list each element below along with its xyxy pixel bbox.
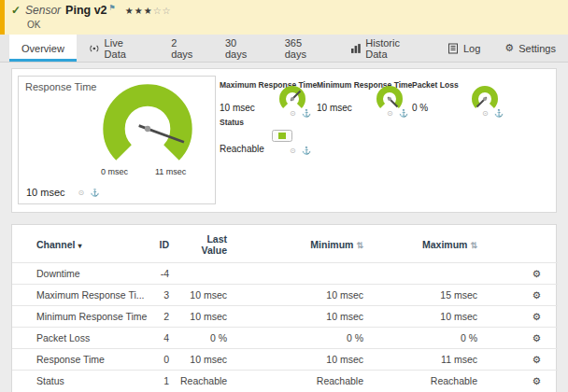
- mini-gauge-value: 10 msec: [317, 103, 352, 113]
- gauge-pin-icons[interactable]: ⊙ ⚓: [290, 147, 313, 155]
- tab-settings[interactable]: ⚙ Settings: [492, 35, 568, 62]
- mini-gauge-title: Packet Loss: [412, 80, 459, 90]
- status-channel-block: Status Reachable ⊙ ⚓: [220, 118, 313, 159]
- sort-both-icon: ⇅: [470, 241, 477, 250]
- table-row: Status 1 Reachable Reachable Reachable ⚙: [12, 371, 558, 392]
- channel-minimum: 0 %: [233, 328, 369, 349]
- priority-stars[interactable]: ★★★☆☆: [125, 6, 172, 16]
- gauge-pin-icons[interactable]: ⊙ ⚓: [387, 109, 410, 118]
- primary-gauge-title: Response Time: [25, 81, 96, 92]
- prtg-sensor-page: ✓ Sensor Ping v2 ⚑ ★★★☆☆ OK Overview Liv…: [0, 0, 568, 392]
- sort-both-icon: ⇅: [356, 241, 363, 250]
- stars-filled: ★★★: [125, 6, 153, 16]
- live-data-icon: [89, 43, 100, 54]
- ok-check-icon: ✓: [11, 4, 21, 17]
- tab-historic-data-label: Historic Data: [365, 37, 423, 60]
- channel-table: Channel▾ ID Last Value Minimum⇅ Maximum⇅…: [12, 225, 558, 391]
- status-led-icon: [272, 130, 292, 142]
- tab-overview-label: Overview: [21, 43, 64, 54]
- tab-30-days-label: 30 days: [225, 37, 261, 60]
- status-color-strip: [0, 0, 5, 35]
- primary-channel-box: Response Time 0 msec 11 msec 10 msec ⊙ ⚓: [18, 76, 216, 204]
- channel-settings-icon[interactable]: ⚙: [483, 328, 558, 349]
- log-icon: [447, 43, 459, 54]
- table-row: Downtime -4 ⚙: [12, 263, 558, 285]
- primary-gauge-value: 10 msec: [26, 187, 65, 198]
- tab-365-days[interactable]: 365 days: [273, 35, 338, 62]
- channel-settings-icon[interactable]: ⚙: [483, 285, 558, 306]
- tab-historic-data[interactable]: Historic Data: [338, 35, 435, 62]
- gauge-pin-icons[interactable]: ⊙ ⚓: [78, 189, 102, 197]
- channel-last-value: Reachable: [175, 371, 233, 392]
- status-value: Reachable: [220, 144, 264, 154]
- tab-2-days[interactable]: 2 days: [159, 35, 213, 62]
- sort-down-icon: ▾: [78, 242, 81, 250]
- channel-last-value: 0 %: [175, 328, 233, 349]
- sensor-title-row: ✓ Sensor Ping v2 ⚑ ★★★☆☆: [11, 4, 172, 17]
- channel-id: -4: [149, 263, 175, 285]
- column-header-minimum[interactable]: Minimum⇅: [233, 225, 369, 263]
- sensor-title: Ping v2: [65, 4, 106, 17]
- channel-id: 1: [149, 371, 175, 392]
- channel-settings-icon[interactable]: ⚙: [483, 349, 558, 371]
- gauge-pin-icons[interactable]: ⊙ ⚓: [482, 109, 505, 118]
- table-row: Minimum Response Time 2 10 msec 10 msec …: [12, 306, 558, 328]
- mini-gauge-min-response: Minimum Response Time 10 msec ⊙ ⚓: [317, 80, 410, 125]
- channel-last-value: [175, 263, 233, 285]
- gauge-pin-icons[interactable]: ⊙ ⚓: [290, 109, 313, 118]
- status-title: Status: [220, 118, 244, 127]
- channel-settings-icon[interactable]: ⚙: [483, 263, 558, 285]
- column-header-id[interactable]: ID: [149, 225, 175, 263]
- flag-icon[interactable]: ⚑: [109, 4, 116, 12]
- primary-value-row: 10 msec ⊙ ⚓: [26, 187, 102, 198]
- channel-id: 0: [149, 349, 175, 371]
- channel-name: Status: [12, 371, 149, 392]
- tab-log[interactable]: Log: [435, 35, 492, 62]
- tab-log-label: Log: [463, 43, 480, 54]
- channel-settings-icon[interactable]: ⚙: [483, 371, 558, 392]
- channel-name: Downtime: [12, 263, 149, 285]
- sensor-status-text: OK: [27, 20, 40, 30]
- tab-live-data-label: Live Data: [105, 37, 148, 60]
- channel-id: 4: [149, 328, 175, 349]
- channel-minimum: Reachable: [233, 371, 369, 392]
- gauge-scale-max: 11 msec: [155, 167, 186, 176]
- column-header-channel[interactable]: Channel▾: [12, 225, 149, 263]
- tab-settings-label: Settings: [518, 43, 556, 54]
- settings-gear-icon: ⚙: [504, 42, 514, 54]
- channel-settings-icon[interactable]: ⚙: [483, 306, 558, 328]
- tab-live-data[interactable]: Live Data: [77, 35, 159, 62]
- channel-maximum: 10 msec: [369, 306, 483, 328]
- sensor-header: ✓ Sensor Ping v2 ⚑ ★★★☆☆ OK: [0, 0, 568, 35]
- channel-minimum: 10 msec: [233, 349, 369, 371]
- response-time-gauge: [97, 78, 198, 179]
- channel-name: Minimum Response Time: [12, 306, 149, 328]
- channel-maximum: 11 msec: [369, 349, 483, 371]
- table-row: Maximum Response Ti... 3 10 msec 10 msec…: [12, 285, 558, 306]
- overview-panel: Response Time 0 msec 11 msec 10 msec ⊙ ⚓…: [11, 68, 557, 213]
- table-row: Packet Loss 4 0 % 0 % 0 % ⚙: [12, 328, 558, 349]
- channel-minimum: 10 msec: [233, 285, 369, 306]
- tab-overview[interactable]: Overview: [9, 35, 77, 62]
- channel-name: Response Time: [12, 349, 149, 371]
- tab-30-days[interactable]: 30 days: [213, 35, 273, 62]
- channel-id: 3: [149, 285, 175, 306]
- table-row: Response Time 0 10 msec 10 msec 11 msec …: [12, 349, 558, 371]
- channel-maximum: [369, 263, 483, 285]
- column-header-last-value[interactable]: Last Value: [175, 225, 233, 263]
- channel-name: Maximum Response Ti...: [12, 285, 149, 306]
- channel-last-value: 10 msec: [175, 285, 233, 306]
- column-header-settings: [483, 225, 558, 263]
- channel-last-value: 10 msec: [175, 306, 233, 328]
- mini-gauge-value: 0 %: [412, 103, 428, 113]
- stars-empty: ☆☆: [153, 6, 172, 16]
- channel-last-value: 10 msec: [175, 349, 233, 371]
- gauge-scale-min: 0 msec: [101, 167, 128, 176]
- historic-data-icon: [350, 43, 362, 54]
- mini-gauge-packet-loss: Packet Loss 0 % ⊙ ⚓: [412, 80, 505, 125]
- channel-minimum: [233, 263, 369, 285]
- tab-365-days-label: 365 days: [285, 37, 326, 60]
- channel-id: 2: [149, 306, 175, 328]
- column-header-maximum[interactable]: Maximum⇅: [369, 225, 483, 263]
- tab-2-days-label: 2 days: [171, 37, 201, 60]
